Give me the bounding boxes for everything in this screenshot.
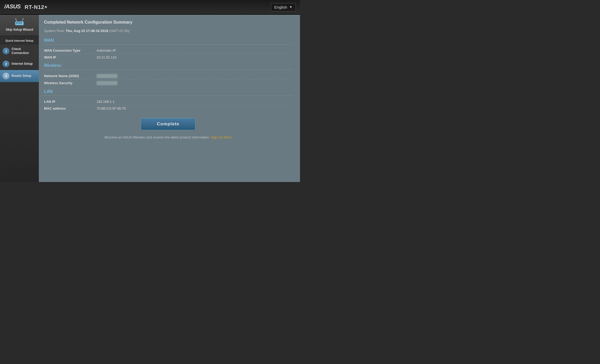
svg-point-8	[23, 18, 24, 19]
mac-address-label: MAC address	[44, 105, 97, 112]
step-3-label: Router Setup	[12, 74, 31, 78]
main-layout: Skip Setup Wizard Quick Internet Setup 1…	[0, 15, 300, 182]
wireless-security-value	[97, 79, 292, 87]
wan-table: WAN Connection Type Automatic IP WAN IP …	[44, 47, 292, 61]
model-name: RT-N12+	[25, 4, 48, 10]
table-row: WAN Connection Type Automatic IP	[44, 47, 292, 54]
lan-section-header: LAN	[44, 89, 292, 94]
table-row: MAC address 70:8B:CD:5F:96:70	[44, 105, 292, 112]
content-inner: Completed Network Configuration Summary …	[39, 15, 300, 182]
table-row: Network Name (SSID)	[44, 72, 292, 79]
sidebar-step-3[interactable]: 3 Router Setup	[0, 70, 39, 82]
wireless-table: Network Name (SSID) Wireless Security	[44, 72, 292, 87]
table-row: LAN IP 192.168.1.1	[44, 98, 292, 105]
lan-ip-value: 192.168.1.1	[97, 98, 292, 105]
step-1-circle: 1	[3, 48, 9, 55]
table-row: WAN IP 10.11.52.110	[44, 54, 292, 61]
system-time-label: System Time:	[44, 29, 65, 33]
wireless-security-blurred	[97, 81, 117, 85]
logo-area: /ASUS RT-N12+	[4, 3, 48, 12]
ssid-label: Network Name (SSID)	[44, 72, 97, 79]
wan-ip-label: WAN IP	[44, 54, 97, 61]
svg-point-7	[15, 18, 16, 19]
ssid-value	[97, 72, 292, 79]
table-row: Wireless Security	[44, 79, 292, 87]
step-2-label: Internet Setup	[12, 62, 33, 66]
wan-divider	[44, 44, 292, 45]
svg-rect-4	[20, 22, 22, 24]
member-text: Become an ASUS Member and receive the la…	[105, 135, 210, 139]
header: /ASUS RT-N12+ English ▼	[0, 0, 300, 15]
wan-connection-type-label: WAN Connection Type	[44, 47, 97, 54]
svg-rect-2	[16, 22, 18, 24]
wireless-security-label: Wireless Security	[44, 79, 97, 87]
skip-wizard-label: Skip Setup Wizard	[6, 28, 33, 32]
system-time-value: Thu, Aug 23 17:46:16 2018	[66, 29, 108, 33]
sign-up-link[interactable]: Sign Up Now!	[211, 135, 232, 139]
step-3-circle: 3	[3, 73, 9, 79]
step-2-circle: 2	[3, 61, 9, 67]
system-time-tz: (GMT+07:00)	[109, 29, 130, 33]
wan-section-header: WAN	[44, 38, 292, 43]
sidebar-section-title: Quick Internet Setup	[0, 36, 39, 45]
lan-ip-label: LAN IP	[44, 98, 97, 105]
svg-rect-3	[18, 22, 20, 24]
wireless-section-header: Wireless	[44, 63, 292, 68]
member-row: Become an ASUS Member and receive the la…	[44, 135, 292, 139]
language-label: English	[274, 5, 287, 9]
complete-button[interactable]: Complete	[141, 118, 195, 130]
content-area: Completed Network Configuration Summary …	[39, 15, 300, 182]
lan-divider	[44, 95, 292, 96]
language-selector[interactable]: English ▼	[271, 3, 296, 11]
skip-wizard-button[interactable]: Skip Setup Wizard	[0, 15, 39, 36]
mac-address-value: 70:8B:CD:5F:96:70	[97, 105, 292, 112]
page-title: Completed Network Configuration Summary	[44, 20, 292, 25]
complete-button-wrapper: Complete	[44, 118, 292, 130]
wireless-divider	[44, 69, 292, 70]
system-time-row: System Time: Thu, Aug 23 17:46:16 2018 (…	[44, 29, 292, 33]
svg-text:/ASUS: /ASUS	[4, 3, 21, 10]
asus-logo: /ASUS	[4, 3, 23, 12]
sidebar-step-1[interactable]: 1 Check Connection	[0, 45, 39, 58]
ssid-blurred	[97, 74, 117, 78]
wan-connection-type-value: Automatic IP	[97, 47, 292, 54]
router-icon	[14, 18, 25, 26]
lan-table: LAN IP 192.168.1.1 MAC address 70:8B:CD:…	[44, 98, 292, 112]
wan-ip-value: 10.11.52.110	[97, 54, 292, 61]
chevron-down-icon: ▼	[289, 5, 292, 9]
sidebar-step-2[interactable]: 2 Internet Setup	[0, 58, 39, 70]
step-1-label: Check Connection	[12, 47, 36, 55]
sidebar: Skip Setup Wizard Quick Internet Setup 1…	[0, 15, 39, 182]
